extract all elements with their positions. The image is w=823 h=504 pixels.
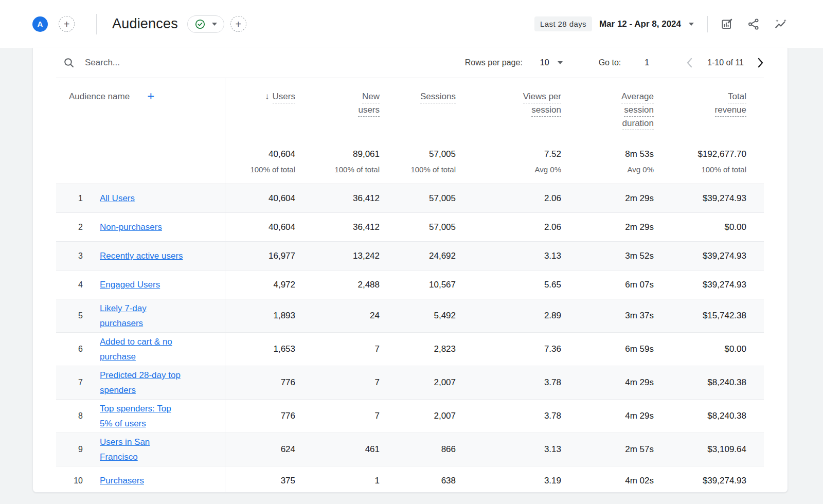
audience-name-cell: Purchasers [87, 472, 154, 490]
metric-value: 2m 57s [561, 444, 654, 455]
row-index: 1 [56, 194, 87, 203]
search-icon [63, 57, 75, 68]
row-index: 3 [56, 251, 87, 261]
column-header[interactable]: ↓Users [225, 92, 295, 149]
header-right: Last 28 days Mar 12 - Apr 8, 2024 [534, 16, 787, 32]
column-header-label: Views per [523, 92, 561, 103]
column-header-line: session [456, 105, 561, 115]
row-metrics: 6244618663.132m 57s$3,109.64 [225, 433, 746, 466]
page-background: Search... Rows per page: 10 Go to: 1 1-1… [0, 48, 823, 504]
audience-link-line: Added to cart & no [100, 334, 172, 349]
row-index: 9 [56, 445, 87, 454]
audience-name-cell: All Users [87, 189, 145, 207]
audience-name-cell: Recently active users [87, 247, 193, 265]
customize-report-button[interactable] [720, 17, 733, 31]
metric-value: 3m 37s [561, 311, 654, 321]
report-status-dropdown[interactable] [187, 15, 224, 33]
audience-link[interactable]: Added to cart & nopurchase [100, 334, 172, 364]
metric-value: 3.78 [456, 411, 561, 421]
audience-link-line: Users in San [100, 435, 150, 449]
audience-link[interactable]: Non-purchasers [100, 220, 162, 235]
metric-value: 1,653 [225, 344, 295, 354]
totals-cell: $192,677.70100% of total [654, 149, 746, 184]
column-header[interactable]: Sessions [380, 92, 456, 149]
metric-value: 2.06 [456, 222, 561, 232]
totals-cell: 89,061100% of total [295, 149, 380, 184]
metric-value: 40,604 [225, 193, 295, 204]
row-index: 5 [56, 311, 87, 320]
avatar[interactable]: A [32, 16, 48, 32]
metric-value: $0.00 [654, 222, 746, 232]
audience-link-line: 5% of users [100, 416, 171, 431]
pagination-status: 1-10 of 11 [707, 58, 744, 67]
metric-value: 5,492 [380, 311, 456, 321]
check-circle-icon [194, 19, 206, 30]
column-header-label: duration [622, 118, 654, 130]
audience-name-header-label: Audience name [69, 92, 130, 102]
audience-name-cell: Added to cart & nopurchase [87, 333, 183, 366]
audience-link-line: Francisco [100, 449, 150, 464]
column-header-label: session [531, 105, 561, 117]
metric-value: 2,488 [295, 280, 380, 290]
row-name-block: 4Engaged Users [56, 271, 225, 299]
metric-value: 866 [380, 444, 456, 455]
column-header[interactable]: Totalrevenue [654, 92, 746, 149]
share-button[interactable] [747, 17, 760, 31]
audience-link[interactable]: Engaged Users [100, 277, 160, 292]
table-row: 10Purchasers37516383.194m 02s$39,274.93 [56, 466, 764, 493]
total-subtext: 100% of total [380, 165, 456, 174]
date-range-dropdown-icon[interactable] [689, 23, 694, 26]
audience-link[interactable]: Likely 7-daypurchasers [100, 301, 147, 331]
add-column-button[interactable]: + [147, 92, 154, 100]
audience-link[interactable]: All Users [100, 191, 135, 206]
rows-per-page-dropdown-icon[interactable] [558, 61, 563, 64]
total-subtext: 100% of total [654, 165, 746, 174]
metric-value: 24 [295, 311, 380, 321]
audience-link[interactable]: Top spenders: Top5% of users [100, 401, 171, 431]
search-input[interactable]: Search... [85, 58, 120, 68]
next-page-button[interactable] [757, 57, 764, 68]
column-header-label: Average [621, 92, 654, 103]
totals-cell: 40,604100% of total [225, 149, 295, 184]
row-name-block: 3Recently active users [56, 242, 225, 270]
totals-name-spacer [56, 149, 225, 184]
row-metrics: 77672,0073.784m 29s$8,240.38 [225, 366, 746, 399]
metric-value: 4m 29s [561, 411, 654, 421]
table-row: 7Predicted 28-day topspenders77672,0073.… [56, 366, 764, 400]
previous-page-button[interactable] [686, 57, 693, 68]
go-to-input[interactable]: 1 [645, 58, 649, 67]
metric-value: 36,412 [295, 193, 380, 204]
total-subtext: Avg 0% [561, 165, 654, 174]
metric-value: 638 [380, 476, 456, 486]
metric-value: 4m 02s [561, 476, 654, 486]
row-metrics: 40,60436,41257,0052.062m 29s$39,274.93 [225, 184, 746, 212]
row-metrics: 40,60436,41257,0052.062m 29s$0.00 [225, 213, 746, 241]
app-header: A + Audiences + Last 28 days Mar 12 - Ap… [0, 0, 823, 48]
total-value: 8m 53s [561, 149, 654, 159]
add-comparison-button[interactable]: + [59, 16, 75, 32]
insights-button[interactable] [774, 17, 787, 31]
column-header-label: session [624, 105, 654, 117]
audience-link[interactable]: Recently active users [100, 248, 183, 263]
column-header-label: users [358, 105, 380, 117]
row-metrics: 1,893245,4922.893m 37s$15,742.38 [225, 299, 746, 332]
total-value: 89,061 [295, 149, 380, 159]
column-header-label: New [362, 92, 380, 103]
audience-link[interactable]: Purchasers [100, 473, 144, 488]
add-report-button[interactable]: + [230, 16, 246, 32]
totals-cell: 57,005100% of total [380, 149, 456, 184]
audience-link[interactable]: Users in SanFrancisco [100, 435, 150, 464]
column-header[interactable]: Averagesessionduration [561, 92, 654, 149]
rows-per-page-select[interactable]: 10 [540, 58, 549, 67]
row-name-block: 5Likely 7-daypurchasers [56, 299, 225, 332]
date-preset-badge: Last 28 days [534, 16, 592, 31]
metric-value: 375 [225, 476, 295, 486]
metric-value: $39,274.93 [654, 280, 746, 290]
column-header-label: Total [728, 92, 746, 103]
row-name-block: 9Users in SanFrancisco [56, 433, 225, 466]
totals-metrics: 40,604100% of total89,061100% of total57… [225, 149, 746, 184]
audience-link[interactable]: Predicted 28-day topspenders [100, 368, 181, 398]
column-header[interactable]: Views persession [456, 92, 561, 149]
customize-report-icon [720, 17, 733, 31]
column-header[interactable]: Newusers [295, 92, 380, 149]
